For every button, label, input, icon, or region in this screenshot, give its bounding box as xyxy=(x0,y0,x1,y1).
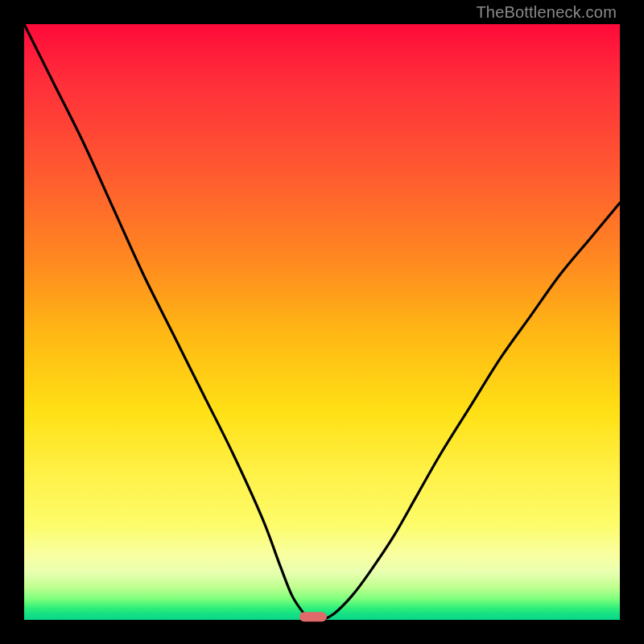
chart-frame: TheBottleneck.com xyxy=(0,0,644,644)
plot-area xyxy=(24,24,620,620)
watermark-text: TheBottleneck.com xyxy=(476,3,617,22)
optimum-marker xyxy=(299,612,327,621)
bottleneck-curve-path xyxy=(24,24,620,621)
bottleneck-curve-svg xyxy=(24,24,620,620)
